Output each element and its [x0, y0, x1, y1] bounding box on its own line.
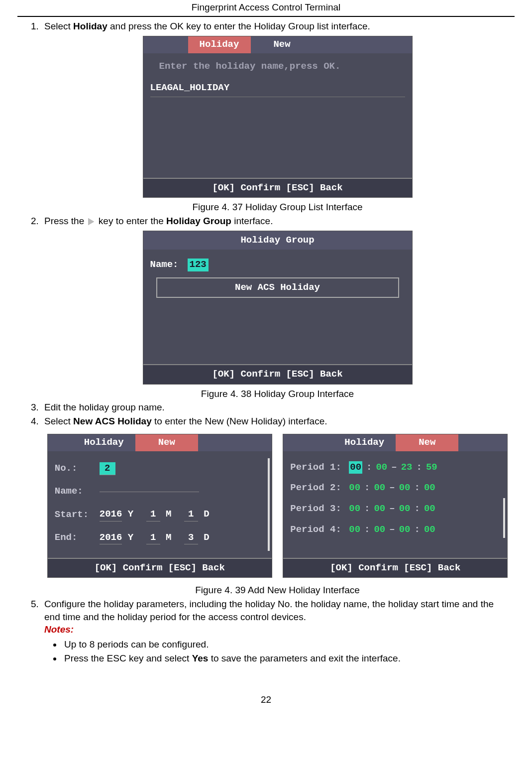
right-arrow-key-icon	[88, 218, 94, 225]
p2-start-hour[interactable]: 00	[349, 482, 360, 495]
holiday-list-item[interactable]: LEAGAL_HOLIDAY	[150, 80, 405, 97]
name-label: Name:	[150, 259, 179, 271]
year-suffix: Y	[128, 532, 133, 543]
end-day[interactable]: 3	[184, 531, 198, 545]
step-2-text-b: key to enter the	[99, 216, 166, 226]
tab-bar: Holiday New	[143, 36, 412, 53]
year-suffix: Y	[128, 509, 133, 520]
month-suffix: M	[166, 532, 171, 543]
period-1-label: Period 1:	[290, 461, 345, 474]
period-2-label: Period 2:	[290, 482, 345, 495]
start-day[interactable]: 1	[184, 508, 198, 522]
note-2-c: to save the parameters and exit the inte…	[208, 653, 401, 663]
tab-holiday[interactable]: Holiday	[188, 36, 251, 53]
page-number: 22	[17, 694, 515, 705]
step-4-text-a: Select	[44, 416, 73, 426]
notes-list: Up to 8 periods can be configured. Press…	[44, 638, 511, 664]
instruction-text: Enter the holiday name,press OK.	[150, 58, 405, 80]
step-1: Select Holiday and press the OK key to e…	[41, 20, 511, 214]
step-4: Select New ACS Holiday to enter the New …	[41, 415, 511, 597]
step-2-bold: Holiday Group	[166, 216, 231, 226]
p1-end-min[interactable]: 59	[426, 461, 437, 474]
day-suffix: D	[204, 532, 209, 543]
step-5: Configure the holiday parameters, includ…	[41, 598, 511, 664]
period-3-label: Period 3:	[290, 503, 345, 516]
note-2: Press the ESC key and select Yes to save…	[62, 652, 511, 665]
step-5-text: Configure the holiday parameters, includ…	[44, 599, 494, 622]
start-year[interactable]: 2016	[100, 508, 122, 522]
note-2-a: Press the ESC key and select	[64, 653, 192, 663]
new-holiday-right-screenshot: Holiday New Period 1: 00 : 00 – 23 : 59	[283, 434, 508, 578]
instruction-list: Select Holiday and press the OK key to e…	[21, 20, 511, 664]
figure-38-caption: Figure 4. 38 Holiday Group Interface	[44, 388, 511, 400]
holiday-group-screenshot: Holiday Group Name: 123 New ACS Holiday …	[143, 231, 413, 385]
tab-new[interactable]: New	[251, 36, 314, 53]
terminal-footer: [OK] Confirm [ESC] Back	[143, 178, 412, 198]
no-label: No.:	[55, 462, 100, 475]
p1-start-min[interactable]: 00	[376, 461, 387, 474]
start-label: Start:	[55, 509, 100, 522]
p2-start-min[interactable]: 00	[374, 482, 385, 495]
p3-start-min[interactable]: 00	[374, 503, 385, 516]
p2-end-hour[interactable]: 00	[399, 482, 411, 495]
p4-start-min[interactable]: 00	[374, 523, 385, 536]
no-value[interactable]: 2	[100, 462, 115, 476]
name-value[interactable]: 123	[188, 259, 209, 271]
step-1-text-a: Select	[44, 21, 73, 31]
terminal-footer: [OK] Confirm [ESC] Back	[48, 558, 272, 578]
terminal-footer: [OK] Confirm [ESC] Back	[283, 558, 507, 578]
note-1: Up to 8 periods can be configured.	[62, 638, 511, 651]
p4-end-hour[interactable]: 00	[399, 523, 411, 536]
tab-new[interactable]: New	[396, 434, 458, 451]
step-2-text-d: interface.	[231, 216, 273, 226]
tab-bar: Holiday New	[283, 434, 507, 451]
p3-start-hour[interactable]: 00	[349, 503, 360, 516]
end-month[interactable]: 1	[146, 531, 160, 545]
figure-37-caption: Figure 4. 37 Holiday Group List Interfac…	[44, 201, 511, 214]
holiday-list-screenshot: Holiday New Enter the holiday name,press…	[143, 36, 413, 198]
terminal-title: Holiday Group	[143, 231, 412, 250]
period-4-label: Period 4:	[290, 523, 345, 536]
month-suffix: M	[166, 509, 171, 520]
p1-end-hour[interactable]: 23	[401, 461, 413, 474]
notes-label: Notes:	[44, 624, 74, 635]
step-2-text-a: Press the	[44, 216, 84, 226]
start-month[interactable]: 1	[146, 508, 160, 522]
p3-end-min[interactable]: 00	[424, 503, 435, 516]
p2-end-min[interactable]: 00	[424, 482, 435, 495]
p4-end-min[interactable]: 00	[424, 523, 435, 536]
step-4-bold: New ACS Holiday	[73, 416, 152, 426]
terminal-footer: [OK] Confirm [ESC] Back	[143, 364, 412, 384]
page-header: Fingerprint Access Control Terminal	[17, 0, 515, 17]
tab-holiday[interactable]: Holiday	[73, 434, 135, 451]
step-1-text-c: and press the OK key to enter the Holida…	[107, 21, 370, 31]
end-year[interactable]: 2016	[100, 531, 122, 545]
scrollbar[interactable]	[268, 458, 270, 551]
step-2: Press the key to enter the Holiday Group…	[41, 215, 511, 400]
figure-39-caption: Figure 4. 39 Add New Holiday Interface	[44, 584, 511, 597]
tab-new[interactable]: New	[135, 434, 198, 451]
name-value[interactable]	[100, 492, 199, 492]
step-3: Edit the holiday group name.	[41, 401, 511, 414]
scrollbar[interactable]	[503, 498, 505, 538]
step-1-bold: Holiday	[73, 21, 107, 31]
name-label: Name:	[55, 485, 100, 498]
end-label: End:	[55, 531, 100, 544]
tab-bar: Holiday New	[48, 434, 272, 451]
new-acs-holiday-button[interactable]: New ACS Holiday	[156, 277, 399, 298]
new-holiday-left-screenshot: Holiday New No.: 2 Name:	[47, 434, 272, 578]
note-2-bold: Yes	[192, 653, 209, 663]
p1-start-hour[interactable]: 00	[349, 461, 362, 474]
p4-start-hour[interactable]: 00	[349, 523, 360, 536]
tab-holiday[interactable]: Holiday	[333, 434, 396, 451]
p3-end-hour[interactable]: 00	[399, 503, 411, 516]
step-4-text-c: to enter the New (New Holiday) interface…	[152, 416, 327, 426]
day-suffix: D	[204, 509, 209, 520]
